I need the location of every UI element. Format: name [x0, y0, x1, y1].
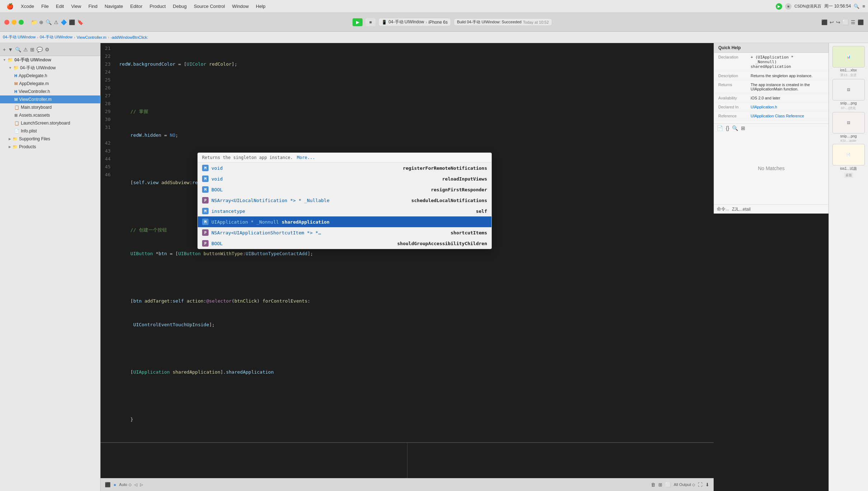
menu-source[interactable]: Source Control [190, 2, 229, 10]
thumb-item-2[interactable]: 🖼 snip....png KSI....aster [830, 112, 867, 142]
qh-btn-file[interactable]: 📄 [717, 125, 723, 131]
toolbar-icon-bookmark[interactable]: 🔖 [77, 19, 83, 25]
toolbar-layout-1[interactable]: ⬛ [821, 19, 827, 25]
sidebar-viewcontroller-m[interactable]: M ViewController.m [0, 95, 100, 103]
sidebar-main-storyboard[interactable]: 📋 Main.storyboard [0, 103, 100, 111]
qh-bottom-icon2[interactable]: ZJL...etail [732, 207, 751, 212]
editor-bottom-left[interactable] [101, 443, 407, 478]
autocomplete-more-link[interactable]: More... [297, 155, 315, 160]
stop-button-icon[interactable]: ■ [785, 3, 792, 10]
menu-find[interactable]: Find [85, 2, 101, 10]
sidebar-btn-chat[interactable]: 💬 [37, 47, 43, 52]
run-button-icon[interactable]: ▶ [776, 3, 782, 10]
menu-product[interactable]: Product [146, 2, 169, 10]
bottom-expand[interactable]: ⛶ [698, 482, 703, 487]
sidebar-appdelegate-h[interactable]: H AppDelegate.h [0, 72, 100, 80]
sidebar-btn-grid[interactable]: ⊞ [30, 47, 34, 52]
bottom-controls-left[interactable]: ⬛ [105, 482, 111, 487]
toolbar-layout-2[interactable]: ↩ [830, 19, 834, 25]
sidebar-btn-filter[interactable]: ▼ [8, 47, 13, 52]
notification-icon[interactable]: ≡ [862, 4, 865, 9]
bottom-trash[interactable]: 🗑 [651, 482, 655, 487]
menu-file[interactable]: File [38, 2, 52, 10]
qh-btn-inspect[interactable]: 🔍 [732, 125, 738, 131]
editor-area: 21 22 23 24 25 26 27 28 29 30 31 42 43 [101, 43, 714, 491]
editor-bottom-right[interactable] [407, 443, 714, 478]
qh-reference-value[interactable]: UIApplication Class Reference [751, 114, 824, 118]
toolbar-icon-debug[interactable]: ⬛ [69, 19, 75, 25]
apple-menu[interactable]: 🍎 [3, 3, 17, 10]
autocomplete-item-4[interactable]: M instancetype self [198, 206, 491, 216]
quick-help-title: Quick Help [714, 43, 829, 53]
thumb-item-1[interactable]: 🖼 snip....png 07-...(优化 [830, 79, 867, 111]
autocomplete-item-3[interactable]: P NSArray<UILocalNotification *> * _Null… [198, 195, 491, 206]
sidebar-info-plist[interactable]: 📄 Info.plist [0, 127, 100, 135]
sidebar-supporting-icon: 📁 [13, 137, 18, 141]
sidebar-assets[interactable]: ⊞ Assets.xcassets [0, 111, 100, 119]
zoom-button[interactable] [19, 20, 24, 25]
sidebar-btn-warning[interactable]: ⚠ [23, 47, 28, 52]
menu-window[interactable]: Window [229, 2, 252, 10]
breadcrumb-part2[interactable]: 04-手动 UIWindow [40, 34, 73, 40]
minimize-button[interactable] [11, 20, 17, 25]
device-name[interactable]: iPhone 6s [429, 20, 448, 25]
stop-button[interactable]: ■ [365, 18, 375, 26]
autocomplete-item-0[interactable]: M void registerForRemoteNotifications [198, 163, 491, 173]
autocomplete-item-2[interactable]: M BOOL resignFirstResponder [198, 184, 491, 195]
menu-navigate[interactable]: Navigate [101, 2, 126, 10]
bottom-next[interactable]: ⬇ [705, 482, 709, 487]
ac-badge-method-5: M [202, 219, 209, 225]
qh-bottom-icon1[interactable]: 命令... [717, 206, 729, 212]
menu-debug[interactable]: Debug [169, 2, 190, 10]
sidebar: + ▼ 🔍 ⚠ ⊞ 💬 ⚙ ▼ 📁 04-手动 UIWindow ▼ 📁 04-… [0, 43, 101, 491]
toolbar-layout-4[interactable]: ⬜ [843, 19, 849, 25]
menu-editor[interactable]: Editor [127, 2, 146, 10]
toolbar-icon-test[interactable]: 🔷 [61, 19, 67, 25]
auto-indent[interactable]: Auto ◇ [119, 482, 131, 487]
autocomplete-item-5-selected[interactable]: M UIApplication * _Nonnull sharedApplica… [198, 216, 491, 227]
sidebar-btn-search[interactable]: 🔍 [15, 47, 21, 52]
qh-btn-grid[interactable]: ⊞ [741, 125, 745, 131]
toolbar-icon-search[interactable]: 🔍 [46, 19, 52, 25]
sidebar-btn-settings[interactable]: ⚙ [45, 47, 50, 52]
toolbar-layout-3[interactable]: ↪ [836, 19, 840, 25]
sidebar-viewcontroller-h[interactable]: H ViewController.h [0, 88, 100, 95]
bottom-layout-toggle[interactable]: ⊞ [658, 482, 662, 487]
sidebar-btn-add[interactable]: + [3, 47, 6, 52]
toolbar-icon-vcs[interactable]: ⊕ [39, 19, 43, 25]
search-icon[interactable]: 🔍 [854, 4, 859, 9]
breadcrumb-part3[interactable]: ViewController.m [77, 35, 107, 39]
run-button[interactable]: ▶ [353, 18, 363, 26]
menu-view[interactable]: View [67, 2, 85, 10]
bottom-step[interactable]: ▷ [140, 482, 143, 487]
bottom-layout-single[interactable]: ⬜ [665, 482, 671, 487]
toolbar-icon-filetree[interactable]: 📁 [31, 19, 37, 25]
qh-declared-value[interactable]: UIApplication.h [751, 105, 824, 109]
toolbar-icon-issue[interactable]: ⚠ [54, 19, 59, 25]
thumb-item-3[interactable]: 📄 ios1...试题 桌面 [830, 144, 867, 178]
right-sidebar: 📊 ios1....xlsx 第13...业进 🖼 snip....png 07… [829, 43, 868, 491]
autocomplete-item-1[interactable]: M void reloadInputViews [198, 173, 491, 184]
sidebar-project[interactable]: ▼ 📁 04-手动 UIWindow [0, 64, 100, 72]
sidebar-appdelegate-m[interactable]: M AppDelegate.m [0, 80, 100, 88]
autocomplete-item-7[interactable]: P BOOL shouldGroupAccessibilityChildren [198, 238, 491, 249]
bottom-output-label[interactable]: All Output ◇ [674, 482, 695, 487]
toolbar-layout-6[interactable]: ⬛ [858, 19, 864, 25]
project-name[interactable]: 04-手动 UIWindow [388, 19, 424, 25]
sidebar-products[interactable]: ▶ 📁 Products [0, 143, 100, 151]
menu-edit[interactable]: Edit [52, 2, 67, 10]
toolbar-layout-5[interactable]: ☰ [851, 19, 855, 25]
close-button[interactable] [4, 20, 9, 25]
thumb-item-0[interactable]: 📊 ios1....xlsx 第13...业进 [830, 46, 867, 78]
sidebar-launchscreen[interactable]: 📋 LaunchScreen.storyboard [0, 119, 100, 127]
sidebar-root[interactable]: ▼ 📁 04-手动 UIWindow [0, 56, 100, 64]
menu-xcode[interactable]: Xcode [17, 2, 38, 10]
qh-btn-braces[interactable]: {} [726, 125, 729, 131]
autocomplete-popup[interactable]: Returns the singleton app instance. More… [197, 153, 492, 249]
sidebar-supporting-files[interactable]: ▶ 📁 Supporting Files [0, 135, 100, 143]
breadcrumb-part1[interactable]: 04-手动 UIWindow [3, 34, 36, 40]
breadcrumb-part4[interactable]: -addWindowBtnClick: [111, 35, 148, 39]
autocomplete-item-6[interactable]: P NSArray<UIApplicationShortcutItem *> *… [198, 227, 491, 238]
menu-help[interactable]: Help [252, 2, 269, 10]
bottom-run[interactable]: ◁ [134, 482, 137, 487]
